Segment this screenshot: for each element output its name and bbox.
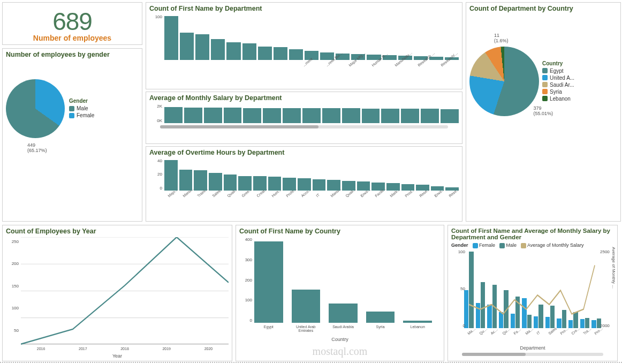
bar[interactable]	[292, 290, 321, 323]
pie-callout-female: 240 (34.83%)	[2, 76, 3, 87]
bar[interactable]	[211, 39, 225, 60]
bar-pair	[487, 249, 497, 328]
legend-item-male[interactable]: Male	[69, 105, 94, 111]
bar-female[interactable]	[476, 303, 480, 328]
swatch-icon	[69, 113, 74, 118]
bar-male[interactable]	[492, 285, 497, 328]
bar[interactable]	[283, 108, 301, 123]
legend-item[interactable]: United A...	[542, 75, 574, 81]
panel-title: Number of employees by gender	[6, 51, 139, 58]
country-pie-panel[interactable]: Count of Department by Country 379(55.01…	[466, 2, 621, 222]
x-labels: Manu...Quali...Acco...Quali...Facilit...…	[451, 329, 614, 345]
bar[interactable]	[164, 16, 178, 60]
bar[interactable]	[342, 108, 360, 123]
bar[interactable]	[195, 34, 209, 60]
bar-female[interactable]	[522, 298, 526, 328]
bar-pair	[580, 249, 590, 328]
bar[interactable]	[180, 33, 194, 60]
pie-graphic	[469, 47, 539, 116]
line-svg	[21, 237, 229, 345]
swatch-icon	[542, 96, 548, 101]
bar[interactable]	[289, 49, 303, 60]
dept-ot-panel[interactable]: Average of Overtime Hours by Department …	[146, 146, 462, 222]
bar[interactable]	[362, 109, 380, 124]
pie-callout-male: 449 (65.17%)	[27, 142, 47, 153]
bar[interactable]	[243, 108, 261, 124]
country-bars: Count of First Name 4003002001000	[239, 237, 441, 323]
bar-pair	[557, 249, 566, 328]
country-legend: Country EgyptUnited A...Saudi Ar...Syria…	[542, 60, 574, 103]
year-line-panel[interactable]: Count of Employees by Year Count of Firs…	[2, 225, 232, 361]
swatch-icon	[542, 75, 548, 80]
bar-male[interactable]	[481, 282, 485, 328]
bar-pair	[476, 249, 486, 328]
middle-column: Count of First Name by Department Count …	[146, 2, 462, 222]
dept-count-panel[interactable]: Count of First Name by Department Count …	[146, 2, 462, 89]
callout-egypt: 379(55.01%)	[533, 105, 553, 116]
legend-item-male[interactable]: Male	[499, 242, 517, 248]
gender-pie-chart: 240 (34.83%) 449 (65.17%) Gender Male	[6, 60, 139, 157]
panel-title: Count of First Name by Department	[149, 5, 459, 12]
watermark: mostaql.com	[313, 345, 368, 358]
horizontal-scrollbar[interactable]	[462, 353, 603, 356]
bar[interactable]	[421, 109, 439, 123]
legend-item-female[interactable]: Female	[473, 242, 496, 248]
bar[interactable]	[329, 304, 358, 323]
bar-pair	[545, 249, 555, 328]
bottom-row: Count of Employees by Year Count of Firs…	[2, 225, 621, 361]
dept-salary-panel[interactable]: Average of Monthly Salary by Department …	[146, 92, 462, 144]
bar[interactable]	[302, 108, 321, 123]
left-column: 689 Number of employees Number of employ…	[2, 2, 142, 222]
panel-title: Count of Department by Country	[469, 5, 617, 12]
x-labels: 20162017201820192020	[6, 346, 229, 353]
panel-title: Count of First Name and Average of Month…	[451, 228, 614, 240]
combo-panel[interactable]: Count of First Name and Average of Month…	[447, 225, 618, 361]
gender-pie-panel[interactable]: Number of employees by gender 240 (34.83…	[2, 48, 142, 222]
legend-item[interactable]: Saudi Ar...	[542, 82, 574, 88]
kpi-card: 689 Number of employees	[2, 2, 142, 45]
bar-female[interactable]	[487, 305, 491, 328]
bar-male[interactable]	[469, 252, 473, 328]
bar[interactable]	[204, 108, 222, 124]
bar-pair	[568, 249, 578, 328]
bar[interactable]	[254, 241, 283, 323]
bar[interactable]	[403, 321, 432, 323]
legend-item[interactable]: Syria	[542, 89, 574, 95]
bar-male[interactable]	[504, 290, 508, 328]
bar-pair	[511, 249, 520, 328]
bar[interactable]	[401, 109, 419, 123]
bar[interactable]	[274, 47, 287, 60]
bar[interactable]	[366, 312, 395, 323]
country-bar-panel[interactable]: Count of First Name by Country Count of …	[236, 225, 444, 361]
x-labels: EgyptUnited Arab EmiratesSaudi ArabiaSyr…	[239, 324, 441, 337]
bar[interactable]	[164, 107, 183, 123]
bar[interactable]	[263, 108, 281, 123]
combo-legend: Gender Female Male Average of Monthly Sa…	[451, 242, 614, 248]
bar[interactable]	[224, 108, 242, 123]
bar[interactable]	[258, 47, 272, 60]
x-axis-title: Country	[239, 337, 441, 342]
bar[interactable]	[322, 108, 340, 123]
bar[interactable]	[184, 108, 202, 124]
bar[interactable]	[242, 43, 256, 60]
legend-item-female[interactable]: Female	[69, 112, 94, 118]
kpi-value: 689	[3, 7, 142, 36]
panel-title: Average of Monthly Salary by Department	[149, 94, 459, 102]
bar[interactable]	[441, 109, 459, 124]
bar-pair	[499, 249, 509, 328]
swatch-icon	[69, 106, 74, 111]
legend-item[interactable]: Lebanon	[542, 96, 574, 102]
x-labels: Majo...Manu...Traini...SalesQuali...Gree…	[149, 192, 459, 207]
bar[interactable]	[226, 42, 240, 60]
horizontal-scrollbar[interactable]	[160, 125, 448, 128]
year-line-chart: Count of First Name 25020015010050	[6, 237, 229, 345]
legend-item[interactable]: Egypt	[542, 68, 574, 74]
bar-pair	[464, 249, 474, 328]
gender-legend: Gender Male Female	[69, 98, 94, 119]
page-separator	[0, 362, 622, 363]
legend-item-avg[interactable]: Average of Monthly Salary	[521, 242, 583, 248]
callout-syria: 11(1.6%)	[494, 33, 509, 43]
bar-pair	[522, 249, 532, 328]
bar[interactable]	[381, 109, 399, 123]
country-pie-chart: 379(55.01%) 156(22.64%) 90(13.0...) 11(1…	[469, 14, 617, 186]
